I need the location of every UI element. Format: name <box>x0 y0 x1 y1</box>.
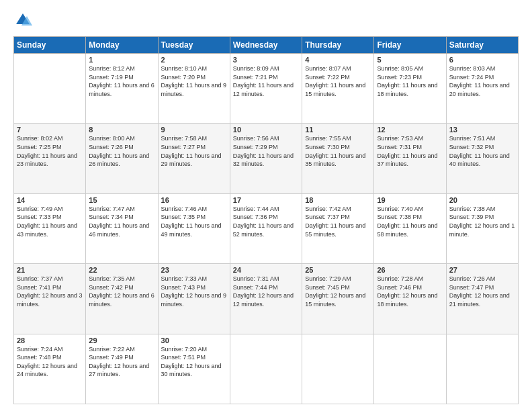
calendar-header-row: SundayMondayTuesdayWednesdayThursdayFrid… <box>14 37 519 54</box>
calendar-cell: 10Sunrise: 7:56 AMSunset: 7:29 PMDayligh… <box>230 124 302 193</box>
day-info: Sunrise: 7:31 AMSunset: 7:44 PMDaylight:… <box>233 275 299 308</box>
calendar-cell: 13Sunrise: 7:51 AMSunset: 7:32 PMDayligh… <box>446 124 518 193</box>
header <box>13 11 519 30</box>
day-info: Sunrise: 7:24 AMSunset: 7:48 PMDaylight:… <box>17 345 83 379</box>
calendar-cell: 2Sunrise: 8:10 AMSunset: 7:20 PMDaylight… <box>158 54 230 124</box>
day-number: 1 <box>89 56 154 64</box>
calendar-cell: 5Sunrise: 8:05 AMSunset: 7:23 PMDaylight… <box>374 54 446 124</box>
day-number: 27 <box>449 266 515 274</box>
day-info: Sunrise: 7:46 AMSunset: 7:35 PMDaylight:… <box>161 205 227 238</box>
day-number: 29 <box>89 336 154 345</box>
day-number: 10 <box>233 126 299 134</box>
calendar-cell: 9Sunrise: 7:58 AMSunset: 7:27 PMDaylight… <box>158 124 230 193</box>
day-info: Sunrise: 7:22 AMSunset: 7:49 PMDaylight:… <box>89 345 154 379</box>
calendar-cell: 29Sunrise: 7:22 AMSunset: 7:49 PMDayligh… <box>86 334 158 404</box>
day-number: 9 <box>161 126 227 134</box>
day-number: 22 <box>89 266 154 274</box>
calendar-cell <box>302 334 374 404</box>
day-info: Sunrise: 7:44 AMSunset: 7:36 PMDaylight:… <box>233 205 299 238</box>
calendar-cell <box>446 334 518 404</box>
day-info: Sunrise: 8:10 AMSunset: 7:20 PMDaylight:… <box>161 64 227 98</box>
day-number: 18 <box>305 196 371 204</box>
day-number: 16 <box>161 196 227 204</box>
day-number: 11 <box>305 126 371 134</box>
calendar-header-tuesday: Tuesday <box>158 37 230 54</box>
day-info: Sunrise: 7:49 AMSunset: 7:33 PMDaylight:… <box>17 205 83 238</box>
calendar-cell: 8Sunrise: 8:00 AMSunset: 7:26 PMDaylight… <box>86 124 158 193</box>
calendar-cell: 6Sunrise: 8:03 AMSunset: 7:24 PMDaylight… <box>446 54 518 124</box>
calendar-week-5: 28Sunrise: 7:24 AMSunset: 7:48 PMDayligh… <box>14 334 519 404</box>
day-number: 3 <box>233 56 299 64</box>
day-info: Sunrise: 8:03 AMSunset: 7:24 PMDaylight:… <box>449 64 515 98</box>
calendar-cell: 14Sunrise: 7:49 AMSunset: 7:33 PMDayligh… <box>14 193 86 263</box>
calendar-cell: 30Sunrise: 7:20 AMSunset: 7:51 PMDayligh… <box>158 334 230 404</box>
day-number: 7 <box>17 126 83 134</box>
day-number: 15 <box>89 196 154 204</box>
calendar-cell: 21Sunrise: 7:37 AMSunset: 7:41 PMDayligh… <box>14 264 86 334</box>
day-number: 5 <box>377 56 443 64</box>
calendar-table: SundayMondayTuesdayWednesdayThursdayFrid… <box>13 36 519 404</box>
day-number: 20 <box>449 196 515 204</box>
calendar-week-4: 21Sunrise: 7:37 AMSunset: 7:41 PMDayligh… <box>14 264 519 334</box>
calendar-header-thursday: Thursday <box>302 37 374 54</box>
day-info: Sunrise: 7:55 AMSunset: 7:30 PMDaylight:… <box>305 134 371 168</box>
calendar-cell: 24Sunrise: 7:31 AMSunset: 7:44 PMDayligh… <box>230 264 302 334</box>
day-info: Sunrise: 7:35 AMSunset: 7:42 PMDaylight:… <box>89 275 154 308</box>
day-info: Sunrise: 7:33 AMSunset: 7:43 PMDaylight:… <box>161 275 227 308</box>
day-number: 13 <box>449 126 515 134</box>
calendar-header-saturday: Saturday <box>446 37 518 54</box>
calendar-cell: 27Sunrise: 7:26 AMSunset: 7:47 PMDayligh… <box>446 264 518 334</box>
day-number: 4 <box>305 56 371 64</box>
day-info: Sunrise: 7:29 AMSunset: 7:45 PMDaylight:… <box>305 275 371 308</box>
logo <box>13 11 35 30</box>
day-info: Sunrise: 7:20 AMSunset: 7:51 PMDaylight:… <box>161 345 227 379</box>
day-number: 21 <box>17 266 83 274</box>
day-info: Sunrise: 8:09 AMSunset: 7:21 PMDaylight:… <box>233 64 299 98</box>
calendar-cell: 26Sunrise: 7:28 AMSunset: 7:46 PMDayligh… <box>374 264 446 334</box>
day-number: 28 <box>17 336 83 345</box>
calendar-week-3: 14Sunrise: 7:49 AMSunset: 7:33 PMDayligh… <box>14 193 519 263</box>
calendar-cell: 3Sunrise: 8:09 AMSunset: 7:21 PMDaylight… <box>230 54 302 124</box>
calendar-header-sunday: Sunday <box>14 37 86 54</box>
calendar-header-friday: Friday <box>374 37 446 54</box>
calendar-cell: 12Sunrise: 7:53 AMSunset: 7:31 PMDayligh… <box>374 124 446 193</box>
calendar-cell: 23Sunrise: 7:33 AMSunset: 7:43 PMDayligh… <box>158 264 230 334</box>
day-info: Sunrise: 7:53 AMSunset: 7:31 PMDaylight:… <box>377 134 443 168</box>
day-number: 24 <box>233 266 299 274</box>
day-info: Sunrise: 7:26 AMSunset: 7:47 PMDaylight:… <box>449 275 515 308</box>
calendar-cell: 4Sunrise: 8:07 AMSunset: 7:22 PMDaylight… <box>302 54 374 124</box>
calendar-week-2: 7Sunrise: 8:02 AMSunset: 7:25 PMDaylight… <box>14 124 519 193</box>
calendar-header-wednesday: Wednesday <box>230 37 302 54</box>
day-number: 6 <box>449 56 515 64</box>
day-info: Sunrise: 7:47 AMSunset: 7:34 PMDaylight:… <box>89 205 154 238</box>
day-info: Sunrise: 7:28 AMSunset: 7:46 PMDaylight:… <box>377 275 443 308</box>
day-number: 8 <box>89 126 154 134</box>
day-number: 30 <box>161 336 227 345</box>
page: SundayMondayTuesdayWednesdayThursdayFrid… <box>0 0 532 411</box>
calendar-cell: 25Sunrise: 7:29 AMSunset: 7:45 PMDayligh… <box>302 264 374 334</box>
calendar-cell: 28Sunrise: 7:24 AMSunset: 7:48 PMDayligh… <box>14 334 86 404</box>
day-info: Sunrise: 8:02 AMSunset: 7:25 PMDaylight:… <box>17 134 83 168</box>
logo-icon <box>13 11 32 30</box>
day-number: 2 <box>161 56 227 64</box>
calendar-cell: 22Sunrise: 7:35 AMSunset: 7:42 PMDayligh… <box>86 264 158 334</box>
day-number: 12 <box>377 126 443 134</box>
calendar-cell: 11Sunrise: 7:55 AMSunset: 7:30 PMDayligh… <box>302 124 374 193</box>
day-info: Sunrise: 7:56 AMSunset: 7:29 PMDaylight:… <box>233 134 299 168</box>
calendar-week-1: 1Sunrise: 8:12 AMSunset: 7:19 PMDaylight… <box>14 54 519 124</box>
calendar-cell: 17Sunrise: 7:44 AMSunset: 7:36 PMDayligh… <box>230 193 302 263</box>
calendar-cell: 15Sunrise: 7:47 AMSunset: 7:34 PMDayligh… <box>86 193 158 263</box>
day-number: 17 <box>233 196 299 204</box>
calendar-cell: 20Sunrise: 7:38 AMSunset: 7:39 PMDayligh… <box>446 193 518 263</box>
day-info: Sunrise: 8:00 AMSunset: 7:26 PMDaylight:… <box>89 134 154 168</box>
calendar-cell: 16Sunrise: 7:46 AMSunset: 7:35 PMDayligh… <box>158 193 230 263</box>
day-number: 26 <box>377 266 443 274</box>
day-info: Sunrise: 8:05 AMSunset: 7:23 PMDaylight:… <box>377 64 443 98</box>
calendar-header-monday: Monday <box>86 37 158 54</box>
day-info: Sunrise: 7:58 AMSunset: 7:27 PMDaylight:… <box>161 134 227 168</box>
calendar-cell: 1Sunrise: 8:12 AMSunset: 7:19 PMDaylight… <box>86 54 158 124</box>
calendar-cell <box>230 334 302 404</box>
day-number: 25 <box>305 266 371 274</box>
calendar-cell <box>374 334 446 404</box>
day-number: 23 <box>161 266 227 274</box>
